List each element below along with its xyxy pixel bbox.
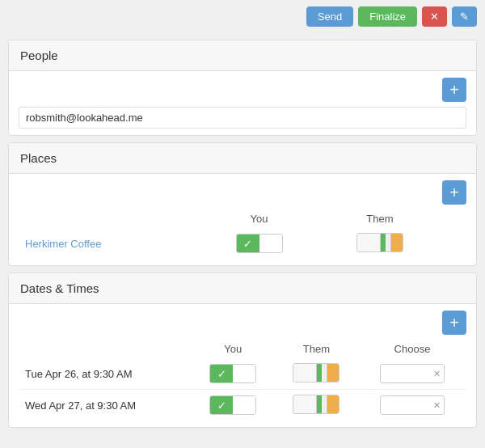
places-section-header: Places: [9, 143, 476, 174]
toggle-check[interactable]: ✓: [210, 396, 233, 414]
add-date-button[interactable]: +: [442, 311, 466, 335]
place-them-toggle[interactable]: [319, 228, 440, 259]
dates-col-choose: Choose: [358, 340, 466, 358]
date-row: Wed Apr 27, at 9:30 AM ✓ ✕: [19, 390, 466, 421]
them-toggle-right[interactable]: [327, 364, 339, 382]
date-them-toggle[interactable]: [275, 358, 358, 390]
date-you-toggle[interactable]: ✓: [192, 358, 275, 390]
places-title: Places: [20, 151, 57, 165]
people-section: People + robsmith@lookahead.me: [8, 40, 477, 136]
close-button[interactable]: ✕: [422, 6, 447, 27]
place-name-cell: Herkimer Coffee: [19, 228, 199, 259]
choose-clear-icon[interactable]: ✕: [433, 400, 441, 411]
edit-button[interactable]: ✎: [452, 6, 477, 27]
them-toggle-group[interactable]: [293, 363, 340, 382]
toggle-check[interactable]: ✓: [210, 365, 233, 382]
person-email: robsmith@lookahead.me: [19, 107, 466, 129]
finalize-button[interactable]: Finalize: [358, 6, 417, 27]
dates-section-header: Dates & Times: [9, 273, 476, 304]
you-toggle-group[interactable]: ✓: [209, 395, 256, 415]
place-empty-cell: [441, 228, 466, 259]
date-choose-cell[interactable]: ✕: [358, 390, 466, 421]
place-row: Herkimer Coffee ✓: [19, 228, 466, 259]
date-them-toggle[interactable]: [275, 390, 358, 421]
them-toggle-right[interactable]: [391, 234, 403, 251]
places-col-you: You: [199, 209, 319, 228]
date-label-cell: Tue Apr 26, at 9:30 AM: [19, 358, 192, 390]
date-choose-cell[interactable]: ✕: [358, 358, 466, 390]
toggle-uncheck[interactable]: [233, 396, 255, 414]
places-section: Places + You Them Herkimer Coffee ✓: [8, 142, 477, 266]
people-title: People: [20, 49, 58, 62]
them-toggle-mid: [380, 234, 391, 251]
you-toggle-group[interactable]: ✓: [209, 364, 256, 383]
dates-title: Dates & Times: [20, 281, 99, 295]
them-toggle-group[interactable]: [356, 233, 403, 252]
dates-section: Dates & Times + You Them Choose Tue Apr …: [8, 273, 477, 428]
places-section-body: + You Them Herkimer Coffee ✓: [9, 174, 476, 265]
dates-col-them: Them: [275, 340, 358, 358]
dates-col-you: You: [192, 340, 275, 358]
choose-field[interactable]: ✕: [380, 364, 445, 383]
dates-section-body: + You Them Choose Tue Apr 26, at 9:30 AM…: [9, 304, 476, 427]
date-you-toggle[interactable]: ✓: [192, 390, 275, 421]
toggle-uncheck[interactable]: [233, 365, 255, 382]
them-toggle-left[interactable]: [357, 234, 380, 251]
them-toggle-left[interactable]: [293, 364, 316, 382]
places-col-empty: [441, 209, 466, 228]
people-section-header: People: [9, 40, 476, 71]
them-toggle-group[interactable]: [293, 395, 340, 414]
send-button[interactable]: Send: [306, 6, 353, 27]
date-row: Tue Apr 26, at 9:30 AM ✓ ✕: [19, 358, 466, 390]
dates-col-name: [19, 340, 192, 358]
toggle-uncheck[interactable]: [259, 235, 282, 252]
them-toggle-left[interactable]: [293, 395, 316, 413]
toggle-check[interactable]: ✓: [237, 235, 259, 252]
add-place-button[interactable]: +: [442, 180, 466, 205]
people-section-body: + robsmith@lookahead.me: [9, 71, 476, 135]
place-you-toggle[interactable]: ✓: [199, 228, 319, 259]
them-toggle-mid: [316, 395, 327, 413]
places-col-name: [19, 209, 199, 228]
toolbar: Send Finalize ✕ ✎: [0, 0, 485, 33]
places-table: You Them Herkimer Coffee ✓: [19, 209, 466, 259]
date-label-cell: Wed Apr 27, at 9:30 AM: [19, 390, 192, 421]
dates-table: You Them Choose Tue Apr 26, at 9:30 AM ✓: [19, 340, 466, 421]
add-person-button[interactable]: +: [442, 78, 466, 102]
choose-field[interactable]: ✕: [380, 395, 445, 415]
choose-clear-icon[interactable]: ✕: [433, 369, 441, 379]
places-col-them: Them: [319, 209, 440, 228]
place-link[interactable]: Herkimer Coffee: [25, 238, 101, 250]
you-toggle-group[interactable]: ✓: [236, 234, 283, 253]
them-toggle-mid: [316, 364, 327, 382]
them-toggle-right[interactable]: [327, 395, 339, 413]
